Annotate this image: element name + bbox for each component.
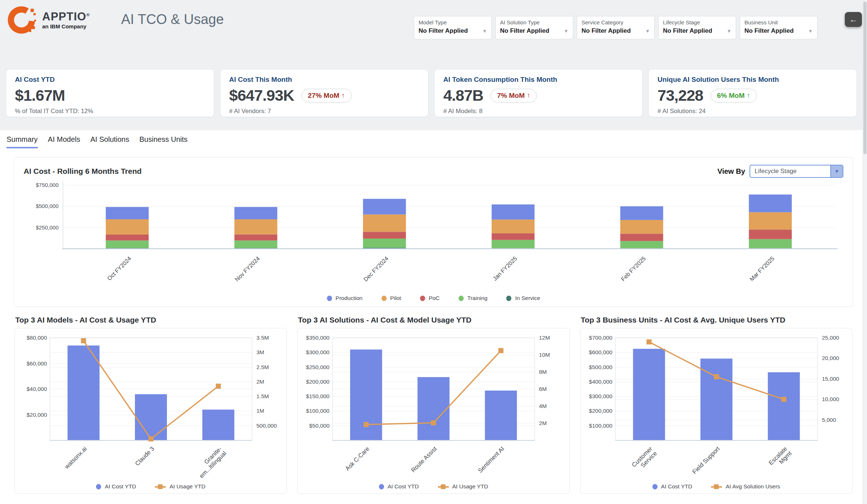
svg-text:$60,000: $60,000	[27, 360, 47, 367]
chart-card: $20,000$40,000$60,000$80,000500,0001M1.5…	[15, 328, 287, 494]
vertical-scrollbar[interactable]	[863, 0, 867, 504]
legend-dot-icon	[459, 296, 464, 301]
kpi-subtext: # AI Vendors: 7	[229, 108, 419, 115]
kpi-ai-cost-ytd: AI Cost YTD $1.67M % of Total IT Cost YT…	[6, 69, 214, 117]
filter-label: Business Unit	[744, 19, 813, 25]
filter-value: No Filter Applied	[419, 27, 468, 35]
legend-label: AI Avg Solution Users	[726, 483, 780, 490]
kpi-subtext: # AI Models: 8	[443, 108, 634, 115]
svg-text:Route Assist: Route Assist	[410, 445, 438, 473]
filter-service-category[interactable]: Service Category No Filter Applied ▼	[577, 16, 655, 39]
badge-text: 27% MoM	[308, 92, 340, 100]
trend-chart-title: AI Cost - Rolling 6 Months Trend	[24, 167, 141, 176]
view-by-value: Lifecycle Stage	[750, 168, 796, 175]
kpi-value: $1.67M	[15, 87, 65, 104]
filter-model-type[interactable]: Model Type No Filter Applied ▼	[414, 16, 492, 39]
filter-label: Model Type	[419, 19, 487, 25]
tab-summary[interactable]: Summary	[7, 135, 38, 148]
legend-dot-icon	[96, 484, 101, 489]
filter-label: Service Category	[582, 19, 650, 25]
svg-text:Ask C-Care: Ask C-Care	[344, 445, 371, 472]
legend-item-ai-cost-ytd[interactable]: AI Cost YTD	[652, 483, 692, 490]
filter-ai-solution-type[interactable]: AI Solution Type No Filter Applied ▼	[495, 16, 573, 39]
legend-item-ai-cost-ytd[interactable]: AI Cost YTD	[96, 483, 136, 490]
legend-item-ai-avg-solution-users[interactable]: AI Avg Solution Users	[711, 483, 780, 490]
svg-text:Dec FY2024: Dec FY2024	[362, 255, 389, 283]
svg-text:$350,000: $350,000	[306, 335, 330, 341]
legend-item-in-service[interactable]: In Service	[506, 295, 540, 301]
filter-value: No Filter Applied	[582, 27, 631, 35]
apptio-logo-icon	[7, 4, 38, 36]
brand-subtitle: an IBM Company	[42, 23, 90, 29]
kpi-title: AI Token Consumption This Month	[443, 76, 634, 84]
filter-label: AI Solution Type	[500, 19, 568, 25]
legend-item-poc[interactable]: PoC	[420, 295, 440, 301]
svg-text:20,000: 20,000	[822, 355, 839, 361]
svg-text:$80,000: $80,000	[27, 335, 47, 341]
scrollbar-thumb[interactable]	[863, 1, 867, 154]
svg-text:15,000: 15,000	[822, 376, 839, 382]
legend-item-ai-usage-ytd[interactable]: AI Usage YTD	[438, 483, 488, 490]
svg-text:$100,000: $100,000	[589, 423, 612, 429]
apptio-logo: APPTIO® an IBM Company	[7, 4, 90, 36]
chevron-down-icon[interactable]: ▼	[727, 28, 731, 34]
svg-text:3M: 3M	[256, 349, 264, 355]
legend-item-ai-usage-ytd[interactable]: AI Usage YTD	[155, 483, 205, 490]
header: APPTIO® an IBM Company AI TCO & Usage Mo…	[0, 0, 867, 42]
svg-text:Oct FY2024: Oct FY2024	[106, 255, 132, 281]
legend-label: AI Usage YTD	[452, 483, 488, 490]
chart-card: $50,000$100,000$150,000$200,000$250,000$…	[297, 328, 570, 494]
back-button[interactable]: ←	[845, 12, 862, 27]
legend-item-training[interactable]: Training	[459, 295, 487, 301]
tab-business-units[interactable]: Business Units	[139, 135, 187, 148]
filter-lifecycle-stage[interactable]: Lifecycle Stage No Filter Applied ▼	[658, 16, 736, 39]
svg-text:$600,000: $600,000	[589, 349, 612, 355]
tab-bar: Summary AI Models AI Solutions Business …	[0, 130, 867, 148]
filter-value: No Filter Applied	[663, 27, 712, 35]
badge-text: 7% MoM	[497, 92, 525, 100]
svg-text:Sentiment AI: Sentiment AI	[477, 445, 506, 474]
view-by-control: View By Lifecycle Stage ▼	[718, 165, 843, 178]
filter-business-unit[interactable]: Business Unit No Filter Applied ▼	[740, 16, 818, 39]
tab-ai-models[interactable]: AI Models	[48, 135, 80, 148]
trend-legend: ProductionPilotPoCTrainingIn Service	[20, 295, 847, 301]
filter-value: No Filter Applied	[500, 27, 549, 35]
chevron-down-icon[interactable]: ▼	[808, 28, 813, 34]
svg-text:$300,000: $300,000	[306, 349, 330, 355]
view-by-select[interactable]: Lifecycle Stage ▼	[750, 165, 843, 178]
svg-text:$20,000: $20,000	[27, 412, 47, 418]
svg-text:1M: 1M	[256, 408, 264, 414]
legend-label: In Service	[515, 295, 540, 301]
svg-text:Nov FY2024: Nov FY2024	[234, 255, 261, 283]
legend-label: PoC	[429, 295, 440, 301]
svg-text:3.5M: 3.5M	[256, 335, 269, 341]
chevron-down-icon[interactable]: ▼	[645, 28, 650, 34]
svg-text:Granite-em...ltilingual: Granite-em...ltilingual	[193, 445, 228, 479]
tab-ai-solutions[interactable]: AI Solutions	[91, 135, 129, 148]
svg-text:$700,000: $700,000	[589, 335, 612, 341]
legend-label: AI Cost YTD	[105, 483, 136, 490]
svg-text:$100,000: $100,000	[306, 408, 330, 414]
ai-models-legend: AI Cost YTDAI Usage YTD	[16, 483, 285, 490]
legend-dot-icon	[379, 484, 384, 489]
kpi-token-consumption: AI Token Consumption This Month 4.87B 7%…	[434, 69, 643, 117]
kpi-value: 73,228	[658, 87, 703, 104]
trend-up-icon: ↑	[341, 92, 345, 100]
view-by-label: View By	[718, 167, 745, 176]
business-units-legend: AI Cost YTDAI Avg Solution Users	[582, 483, 851, 490]
legend-item-ai-cost-ytd[interactable]: AI Cost YTD	[379, 483, 419, 490]
chevron-down-icon[interactable]: ▼	[830, 165, 843, 177]
kpi-row: AI Cost YTD $1.67M % of Total IT Cost YT…	[6, 69, 857, 117]
svg-text:$150,000: $150,000	[306, 393, 330, 399]
legend-item-production[interactable]: Production	[327, 295, 363, 301]
svg-text:5,000: 5,000	[822, 417, 836, 423]
svg-text:$400,000: $400,000	[589, 379, 612, 385]
kpi-title: AI Cost This Month	[229, 76, 419, 84]
trend-chart-card: AI Cost - Rolling 6 Months Trend View By…	[14, 157, 853, 307]
chevron-down-icon[interactable]: ▼	[482, 28, 487, 34]
chevron-down-icon[interactable]: ▼	[564, 28, 568, 34]
legend-line-marker-icon	[438, 484, 449, 489]
legend-item-pilot[interactable]: Pilot	[381, 295, 401, 301]
badge-text: 6% MoM	[717, 92, 745, 100]
legend-label: AI Usage YTD	[169, 483, 205, 490]
